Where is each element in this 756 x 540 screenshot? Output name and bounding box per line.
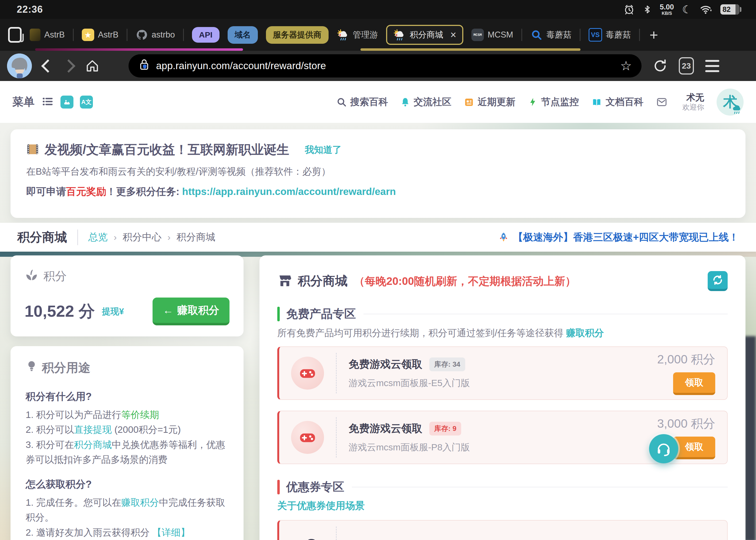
storefront-icon xyxy=(277,273,293,289)
earn-points-button[interactable]: ← 赚取积分 xyxy=(153,298,229,325)
claim-button[interactable]: 领取 xyxy=(673,437,715,459)
detail-link[interactable]: 【详细】 xyxy=(152,527,190,538)
product-name: 免费游戏云领取 xyxy=(348,357,422,371)
direct-withdraw-link[interactable]: 直接提现 xyxy=(74,424,112,435)
url-bar[interactable]: app.rainyun.com/account/reward/store ☆ xyxy=(129,54,642,77)
points-usage-card: 积分用途 积分有什么用? 1. 积分可以为产品进行等价续期 2. 积分可以直接提… xyxy=(11,346,244,540)
product-price: 3,000 积分 xyxy=(657,416,715,432)
tab-mcsm[interactable]: MCSM MCSM xyxy=(471,29,513,41)
tab-label: MCSM xyxy=(488,30,513,40)
product-desc: 游戏云mcsm面板服-P8入门版 xyxy=(348,441,470,454)
browser-toolbar: app.rainyun.com/account/reward/store ☆ 2… xyxy=(0,51,756,81)
tab-group-indicator-magenta xyxy=(35,48,243,51)
points-balance-card: 积分 10,522 分 提现¥ ← 赚取积分 xyxy=(11,255,244,337)
tab-manage-game[interactable]: 管理游 xyxy=(337,29,378,41)
tab-count-button[interactable]: 23 xyxy=(679,57,694,74)
usage-item: 3. 积分可在积分商城中兑换优惠券等福利，优惠券可以抵扣许多产品多场景的消费 xyxy=(26,437,228,467)
stock-badge: 库存: 9 xyxy=(429,422,461,436)
new-tab-button[interactable]: + xyxy=(650,28,658,42)
dnd-moon-icon: ☾ xyxy=(682,4,692,15)
nav-node-monitor[interactable]: 节点监控 xyxy=(528,95,579,108)
menu-button[interactable] xyxy=(705,60,719,72)
arrow-left-icon: ← xyxy=(163,304,173,316)
vscode-favicon: VS xyxy=(588,28,602,42)
tab-points-store-active[interactable]: 积分商城 × xyxy=(386,25,463,45)
usage-title: 积分用途 xyxy=(42,360,90,376)
claim-button[interactable]: 领取 xyxy=(673,372,715,395)
free-section-desc: 所有免费产品均可用积分进行续期，积分可通过签到/任务等途径获得 赚取积分 xyxy=(277,327,728,339)
alarm-icon xyxy=(624,4,635,15)
chevron-right-icon: › xyxy=(168,232,170,242)
nav-search-wiki[interactable]: 搜索百科 xyxy=(336,95,388,108)
nav-docs[interactable]: 文档百科 xyxy=(591,95,643,108)
tab-api[interactable]: API xyxy=(192,27,219,43)
store-subtitle: （每晚20:00随机刷新，不定期根据活动上新） xyxy=(354,274,576,289)
tab-switcher-icon[interactable] xyxy=(8,27,22,43)
user-avatar[interactable]: 术 xyxy=(716,88,744,116)
section-bar xyxy=(277,480,280,494)
breadcrumb-points-center[interactable]: 积分中心 xyxy=(123,230,162,244)
earn-url-link[interactable]: https://app.rainyun.com/account/reward/e… xyxy=(182,186,396,197)
tab-separator xyxy=(73,29,74,41)
translate-icon[interactable]: A文 xyxy=(80,95,93,108)
network-speed: 5.00 KB/S xyxy=(660,4,674,16)
free-section-title: 免费产品专区 xyxy=(286,306,356,322)
rainyun-favicon xyxy=(337,29,349,41)
status-bar: 22:36 5.00 KB/S ☾ 82 xyxy=(0,0,756,19)
banner-line2: 在B站等平台发布和雨云有关的安利/教程/评测等视频（推荐软件：必剪） xyxy=(26,165,730,178)
bookmark-star-icon[interactable]: ☆ xyxy=(620,60,632,72)
support-headset-button[interactable] xyxy=(649,434,678,463)
search-favicon xyxy=(530,29,543,41)
points-store-panel: 积分商城 （每晚20:00随机刷新，不定期根据活动上新） 免费产品专区 所有免费… xyxy=(259,255,745,540)
breadcrumb: 总览 › 积分中心 › 积分商城 xyxy=(88,230,215,244)
banner-line3: 即可申请百元奖励！更多积分任务: https://app.rainyun.com… xyxy=(26,185,730,199)
gallery-icon[interactable] xyxy=(61,95,73,108)
home-button[interactable] xyxy=(85,58,100,73)
store-refresh-button[interactable] xyxy=(708,271,728,291)
stock-badge: 库存: 34 xyxy=(429,357,465,371)
tab-astrb-1[interactable]: AstrB xyxy=(30,29,65,41)
back-button[interactable] xyxy=(41,59,55,72)
coupon-usage-link[interactable]: 关于优惠券使用场景 xyxy=(277,499,728,512)
tab-server-provider[interactable]: 服务器提供商 xyxy=(266,26,328,44)
wifi-icon xyxy=(700,4,712,15)
tab-label: 积分商城 xyxy=(410,29,443,41)
usage-q2-list: 1. 完成任务。您可以在赚取积分中完成任务获取积分。 2. 邀请好友加入雨云获得… xyxy=(26,495,228,540)
banner-dismiss-link[interactable]: 我知道了 xyxy=(305,144,341,156)
breadcrumb-bar: 积分商城 总览 › 积分中心 › 积分商城 【极速海外】香港三区极速+四区大带宽… xyxy=(0,223,756,252)
usage-q2: 怎么获取积分? xyxy=(26,477,228,491)
headset-icon xyxy=(655,440,672,457)
dashed-divider xyxy=(336,353,337,393)
tab-astrbot-github[interactable]: astrbo xyxy=(136,29,175,41)
tab-label: AstrB xyxy=(98,30,119,40)
promo-link[interactable]: 【极速海外】香港三区极速+四区大带宽现已上线！ xyxy=(498,230,739,244)
forward-button[interactable] xyxy=(62,59,75,72)
reload-button[interactable] xyxy=(653,59,668,73)
nav-community[interactable]: 交流社区 xyxy=(400,95,451,108)
coupon-card: × 2 细雨券 库存: 28 4,000 积分 xyxy=(277,520,728,540)
mail-icon[interactable] xyxy=(656,96,668,108)
points-store-link[interactable]: 积分商城 xyxy=(74,439,112,450)
close-tab-icon[interactable]: × xyxy=(450,30,456,40)
menu-label[interactable]: 菜单 xyxy=(12,94,35,109)
withdraw-link[interactable]: 提现¥ xyxy=(102,306,124,318)
menu-list-icon[interactable] xyxy=(41,95,54,108)
page-title: 积分商城 xyxy=(17,229,67,246)
tab-mushroom-search[interactable]: 毒蘑菇 xyxy=(530,29,571,41)
bulb-icon xyxy=(26,360,38,376)
dashed-divider xyxy=(336,417,337,458)
earn-points-link[interactable]: 赚取积分 xyxy=(566,328,604,338)
rocket-icon xyxy=(498,232,509,243)
tab-astrb-2[interactable]: ★ AstrB xyxy=(82,29,119,41)
tab-mushroom-vs[interactable]: VS 毒蘑菇 xyxy=(588,28,631,42)
tab-domain[interactable]: 域名 xyxy=(228,26,258,44)
tab-strip: AstrB ★ AstrB astrbo API 域名 服务器提供商 管理游 xyxy=(0,19,756,51)
usage-q1-list: 1. 积分可以为产品进行等价续期 2. 积分可以直接提现 (2000积分=1元)… xyxy=(26,407,228,467)
browser-profile-avatar[interactable] xyxy=(7,54,32,78)
breadcrumb-overview[interactable]: 总览 xyxy=(88,230,108,244)
equal-renewal-link[interactable]: 等价续期 xyxy=(121,409,159,420)
store-title: 积分商城 xyxy=(298,273,347,289)
earn-points-link[interactable]: 赚取积分 xyxy=(121,497,159,508)
nav-recent-updates[interactable]: 近期更新 xyxy=(464,95,515,108)
points-amount: 10,522 分 xyxy=(25,301,95,323)
